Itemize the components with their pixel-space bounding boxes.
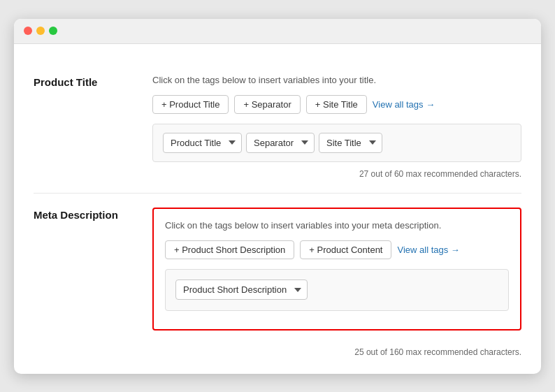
dot-yellow[interactable] [36,27,45,35]
dot-red[interactable] [24,27,32,35]
tag-btn-product-content[interactable]: + Product Content [300,240,391,259]
meta-description-char-count: 25 out of 160 max recommended characters… [34,347,521,357]
meta-description-dropdowns-row: Product Short Description [165,269,509,311]
tag-btn-separator[interactable]: + Separator [234,95,300,114]
meta-description-hint: Click on the tags below to insert variab… [165,220,509,231]
product-title-char-count: 27 out of 60 max recommended characters. [152,169,521,179]
product-title-dropdown[interactable]: Product Title [163,133,242,153]
window: Product Title Click on the tags below to… [14,19,541,374]
view-all-tags-link-title[interactable]: View all tags → [373,99,435,110]
product-title-section: Product Title Click on the tags below to… [34,61,521,194]
separator-dropdown[interactable]: Separator [246,133,315,153]
product-short-desc-dropdown[interactable]: Product Short Description [175,280,308,300]
main-content: Product Title Click on the tags below to… [14,44,541,374]
meta-description-label: Meta Description [34,208,152,331]
view-all-tags-link-meta[interactable]: View all tags → [397,245,459,255]
site-title-dropdown[interactable]: Site Title [319,133,382,153]
product-title-dropdowns-row: Product Title Separator Site Title [152,124,521,162]
product-title-label: Product Title [34,75,152,179]
meta-description-wrapper: Meta Description Click on the tags below… [34,194,521,344]
dot-green[interactable] [49,27,57,35]
meta-description-section: Click on the tags below to insert variab… [152,208,521,331]
product-title-tags-row: + Product Title + Separator + Site Title… [152,95,521,114]
tag-btn-site-title[interactable]: + Site Title [306,95,367,114]
tag-btn-product-title[interactable]: + Product Title [152,95,229,114]
meta-description-tags-row: + Product Short Description + Product Co… [165,240,509,259]
titlebar [14,19,541,44]
product-title-hint: Click on the tags below to insert variab… [152,75,521,85]
product-title-body: Click on the tags below to insert variab… [152,75,521,179]
tag-btn-product-short-desc[interactable]: + Product Short Description [165,240,294,259]
